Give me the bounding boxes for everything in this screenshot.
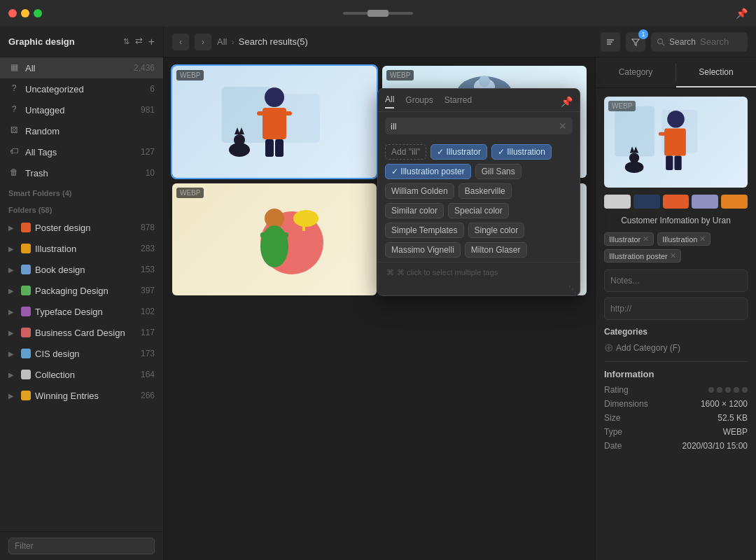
filter-input[interactable] — [8, 538, 155, 554]
info-section: Information Rating — [604, 369, 748, 451]
swatch-5[interactable] — [721, 195, 748, 209]
tag-illustration-poster[interactable]: ✓ Illustration poster — [385, 164, 471, 179]
remove-tag-illustrator-icon[interactable]: ✕ — [643, 234, 649, 244]
applied-tag-label: Illustrator — [609, 235, 640, 244]
rating-dot-4[interactable] — [734, 387, 739, 393]
image-cell-3[interactable]: WEBP — [172, 183, 377, 295]
sort-button[interactable] — [601, 32, 620, 52]
resize-icon: ⋱ — [568, 284, 577, 294]
tag-william-golden[interactable]: William Golden — [385, 183, 454, 199]
remove-tag-illustration-icon[interactable]: ✕ — [699, 234, 706, 244]
tab-all[interactable]: All — [385, 94, 394, 108]
sidebar-item-book-design[interactable]: ▶ Book design 153 — [0, 259, 163, 280]
svg-point-23 — [293, 210, 318, 227]
url-input[interactable] — [604, 298, 748, 320]
sidebar-item-untagged[interactable]: ? Untagged 981 — [0, 99, 163, 120]
image-cell-1[interactable]: WEBP — [172, 66, 377, 178]
applied-tag-illustration-poster[interactable]: Illustration poster ✕ — [604, 249, 681, 262]
search-input[interactable] — [700, 36, 742, 47]
info-title: Information — [604, 369, 748, 379]
dimensions-value: 1600 × 1200 — [701, 399, 748, 409]
rating-dot-1[interactable] — [708, 387, 714, 393]
workspace-name[interactable]: Graphic design — [8, 36, 123, 47]
close-button[interactable] — [8, 9, 17, 18]
rating-dot-2[interactable] — [717, 387, 722, 393]
add-tag-button[interactable]: Add "ill" — [385, 144, 426, 160]
sidebar-item-packaging-design[interactable]: ▶ Packaging Design 397 — [0, 280, 163, 301]
tab-category[interactable]: Category — [596, 57, 676, 88]
sidebar-item-poster-design[interactable]: ▶ Poster design 878 — [0, 217, 163, 238]
tag-search-dropdown: All Groups Starred 📌 ✕ Add "ill" ✓ Illus… — [377, 88, 580, 296]
forward-button[interactable]: › — [195, 34, 211, 50]
chevron-right-icon: ▶ — [8, 329, 17, 337]
folder-color-dot — [21, 286, 31, 295]
fullscreen-button[interactable] — [34, 9, 42, 18]
tag-baskerville[interactable]: Baskerville — [458, 183, 512, 199]
swatch-2[interactable] — [634, 195, 660, 209]
preview-image: WEBP — [604, 97, 748, 188]
sidebar-item-uncategorized[interactable]: ? Uncategorized 6 — [0, 78, 163, 99]
webp-badge: WEBP — [176, 188, 204, 198]
webp-badge: WEBP — [176, 70, 204, 80]
tab-selection[interactable]: Selection — [676, 57, 756, 88]
tag-simple-templates[interactable]: Simple Templates — [385, 223, 464, 238]
dropdown-search-input[interactable] — [391, 121, 554, 132]
sidebar-item-cis-design[interactable]: ▶ CIS design 173 — [0, 343, 163, 364]
folder-count: 266 — [141, 391, 155, 400]
size-label: Size — [604, 413, 653, 423]
notes-input[interactable] — [604, 270, 748, 292]
sidebar-filter — [0, 531, 163, 560]
sidebar-item-random[interactable]: ⚄ Random — [0, 120, 163, 141]
chevron-right-icon: ▶ — [8, 287, 17, 295]
sidebar-item-all[interactable]: ▦ All 2,436 — [0, 57, 163, 78]
add-collection-icon[interactable]: + — [148, 36, 155, 48]
tab-groups[interactable]: Groups — [405, 95, 433, 108]
chevron-right-icon: ▶ — [8, 371, 17, 379]
trash-count: 10 — [146, 168, 155, 178]
clear-search-icon[interactable]: ✕ — [559, 120, 567, 132]
tag-similar-color[interactable]: Similar color — [385, 203, 444, 218]
workspace-arrows-icon[interactable]: ⇅ — [123, 37, 130, 46]
sidebar-item-trash[interactable]: 🗑 Trash 10 — [0, 162, 163, 183]
tag-single-color[interactable]: Single color — [468, 223, 525, 238]
tag-massimo-vignelli[interactable]: Massimo Vignelli — [385, 242, 461, 258]
size-value: 52.5 KB — [718, 413, 748, 423]
all-tags-label: All Tags — [25, 147, 135, 158]
sidebar-item-all-tags[interactable]: 🏷 All Tags 127 — [0, 141, 163, 162]
tag-special-color[interactable]: Special color — [448, 203, 509, 218]
dropdown-pin-icon[interactable]: 📌 — [561, 96, 573, 107]
applied-tag-illustration[interactable]: Illustration ✕ — [657, 232, 710, 246]
rating-dot-5[interactable] — [742, 387, 748, 393]
tag-gill-sans[interactable]: Gill Sans — [475, 164, 522, 179]
applied-tag-illustrator[interactable]: Illustrator ✕ — [604, 232, 654, 246]
right-panel: Category Selection WEBP — [595, 57, 756, 560]
rating-dot-3[interactable] — [725, 387, 731, 393]
pin-icon[interactable]: 📌 — [736, 8, 748, 19]
back-button[interactable]: ‹ — [172, 34, 189, 50]
filter-button[interactable]: 1 — [626, 32, 645, 52]
tag-illustration[interactable]: ✓ Illustration — [491, 144, 552, 160]
sidebar-item-winning-entries[interactable]: ▶ Winning Entries 266 — [0, 385, 163, 406]
svg-rect-45 — [674, 155, 681, 170]
swatch-1[interactable] — [604, 195, 631, 209]
breadcrumb-root[interactable]: All — [217, 36, 227, 47]
sidebar-item-typeface-design[interactable]: ▶ Typeface Design 102 — [0, 301, 163, 322]
transfer-icon[interactable]: ⇄ — [135, 36, 143, 48]
sidebar-item-illustration[interactable]: ▶ Illustration 283 — [0, 238, 163, 259]
rating-dots[interactable] — [708, 387, 748, 393]
sort-icon — [606, 37, 615, 47]
sidebar-item-business-card-design[interactable]: ▶ Business Card Design 117 — [0, 322, 163, 343]
remove-tag-illustration-poster-icon[interactable]: ✕ — [670, 251, 676, 260]
dropdown-resize-handle[interactable]: ⋱ — [378, 283, 580, 295]
folder-label: Poster design — [35, 223, 136, 233]
dropdown-tabs: All Groups Starred 📌 — [378, 89, 580, 112]
brightness-slider[interactable] — [343, 12, 413, 15]
minimize-button[interactable] — [21, 9, 29, 18]
add-category-button[interactable]: ⊕ Add Category (F) — [604, 341, 748, 354]
swatch-3[interactable] — [663, 195, 690, 209]
sidebar-item-collection[interactable]: ▶ Collection 164 — [0, 364, 163, 385]
swatch-4[interactable] — [692, 195, 718, 209]
tag-illustrator[interactable]: ✓ Illustrator — [430, 144, 487, 160]
tab-starred[interactable]: Starred — [444, 95, 472, 108]
tag-milton-glaser[interactable]: Milton Glaser — [465, 242, 527, 258]
